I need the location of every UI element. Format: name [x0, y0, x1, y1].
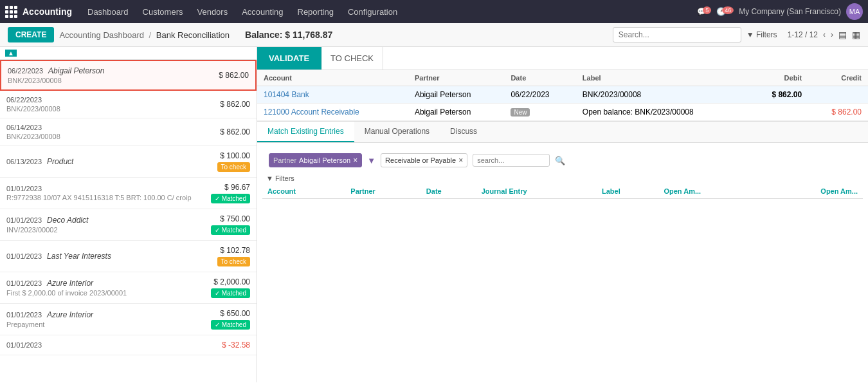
- filters-icon: ▼: [266, 174, 273, 182]
- list-item-ref: First $ 2,000.00 of invoice 2023/00001: [6, 289, 127, 297]
- breadcrumb-parent[interactable]: Accounting Dashboard: [59, 30, 144, 40]
- apps-grid-icon[interactable]: [5, 6, 17, 18]
- tab-match-existing-entries[interactable]: Match Existing Entries: [257, 122, 354, 142]
- account-cell[interactable]: 121000 Account Receivable: [257, 104, 408, 121]
- list-item[interactable]: 06/14/2023 BNK/2023/00008 $ 862.00: [0, 118, 257, 146]
- matched-badge: ✓ Matched: [211, 225, 250, 235]
- list-item-date: 01/01/2023: [6, 252, 42, 260]
- bottom-content: Partner Abigail Peterson × ▼ Receivable …: [257, 143, 868, 382]
- list-item[interactable]: 01/01/2023 Azure Interior Prepayment $ 6…: [0, 304, 257, 335]
- list-item-amount: $ 650.00: [220, 309, 250, 318]
- messages-badge: 5: [703, 6, 711, 14]
- list-item-amount: $ 100.00: [220, 151, 250, 160]
- partner-filter-value: Abigail Peterson: [299, 156, 350, 164]
- list-item-date: 06/14/2023: [6, 124, 42, 131]
- app-brand: Accounting: [23, 6, 72, 17]
- apps-launcher[interactable]: [5, 6, 17, 18]
- entries-col-header[interactable]: Open Am...: [658, 184, 761, 199]
- col-partner: Partner: [408, 70, 504, 86]
- list-item-amount: $ -32.58: [222, 341, 250, 350]
- validate-button[interactable]: VALIDATE: [257, 47, 321, 70]
- tocheck-button[interactable]: TO CHECK: [321, 47, 383, 70]
- table-row: 121000 Account Receivable Abigail Peters…: [257, 104, 868, 121]
- label-cell: Open balance: BNK/2023/00008: [576, 104, 748, 121]
- nav-dashboard[interactable]: Dashboard: [81, 3, 135, 21]
- tab-manual-operations[interactable]: Manual Operations: [354, 122, 440, 142]
- list-item-amount: $ 96.67: [224, 183, 250, 192]
- list-item[interactable]: 06/22/2023 BNK/2023/00008 $ 862.00: [0, 91, 257, 118]
- filter-bar: Partner Abigail Peterson × ▼ Receivable …: [262, 148, 863, 173]
- list-item[interactable]: 06/13/2023 Product $ 100.00 To check: [0, 146, 257, 178]
- entries-col-header[interactable]: Date: [421, 184, 476, 199]
- tab-discuss[interactable]: Discuss: [440, 122, 487, 142]
- list-item[interactable]: 01/01/2023 Last Year Interests $ 102.78 …: [0, 241, 257, 272]
- list-item-amount: $ 862.00: [219, 71, 249, 80]
- list-item-amount: $ 2,000.00: [213, 277, 250, 286]
- list-item[interactable]: 01/01/2023 Azure Interior First $ 2,000.…: [0, 272, 257, 304]
- list-item-date: 01/01/2023: [6, 216, 42, 224]
- partner-filter-tag[interactable]: Partner Abigail Peterson ×: [269, 153, 362, 167]
- list-item-date: 01/01/2023: [6, 279, 42, 287]
- pagination-next-icon[interactable]: ›: [831, 30, 833, 39]
- list-item[interactable]: 01/01/2023 R:9772938 10/07 AX 9415116318…: [0, 178, 257, 209]
- messages-icon[interactable]: 💬5: [697, 7, 711, 16]
- list-item-date: 01/01/2023: [6, 185, 42, 192]
- entries-col-header[interactable]: Account: [262, 184, 345, 199]
- filter-type-icon: ▼: [367, 156, 375, 165]
- grid-view-icon[interactable]: ▦: [852, 30, 860, 40]
- search-input[interactable]: [613, 27, 741, 42]
- nav-reporting[interactable]: Reporting: [291, 3, 340, 21]
- scroll-up-button[interactable]: ▲: [5, 50, 17, 57]
- nav-vendors[interactable]: Vendors: [190, 3, 234, 21]
- pagination-display: 1-12 / 12: [788, 30, 818, 39]
- list-item-ref: BNK/2023/00008: [6, 133, 60, 140]
- list-item-name: Last Year Interests: [47, 252, 111, 261]
- right-panel: VALIDATE TO CHECK Account Partner Date L…: [257, 47, 868, 382]
- receivable-filter-remove[interactable]: ×: [458, 156, 463, 165]
- filter-search-input[interactable]: [473, 154, 550, 167]
- list-item[interactable]: 01/01/2023 $ -32.58: [0, 335, 257, 355]
- entries-col-header[interactable]: Partner: [345, 184, 421, 199]
- user-avatar[interactable]: MA: [846, 3, 863, 20]
- list-item-name: Abigail Peterson: [48, 66, 104, 75]
- left-toolbar: ▲: [0, 47, 257, 60]
- create-button[interactable]: CREATE: [8, 27, 54, 42]
- navbar: Accounting Dashboard Customers Vendors A…: [0, 0, 868, 23]
- list-item-date: 06/22/2023: [6, 96, 42, 104]
- nav-customers[interactable]: Customers: [136, 3, 190, 21]
- bottom-section: Match Existing EntriesManual OperationsD…: [257, 121, 868, 382]
- entries-col-header[interactable]: Journal Entry: [476, 184, 597, 199]
- list-item-date: 06/22/2023: [8, 67, 43, 75]
- list-item-date: 01/01/2023: [6, 311, 42, 319]
- account-cell[interactable]: 101404 Bank: [257, 86, 408, 104]
- entries-col-header[interactable]: Open Am...: [761, 184, 863, 199]
- entries-col-header[interactable]: Label: [597, 184, 658, 199]
- list-item-ref: BNK/2023/00008: [6, 105, 60, 113]
- partner-filter-remove[interactable]: ×: [353, 156, 357, 165]
- partner-cell: Abigail Peterson: [408, 86, 504, 104]
- filter-search-icon[interactable]: 🔍: [555, 156, 565, 165]
- list-item[interactable]: 01/01/2023 Deco Addict INV/2023/00002 $ …: [0, 209, 257, 241]
- list-item-ref: Prepayment: [6, 321, 93, 328]
- col-date: Date: [504, 70, 575, 86]
- list-item[interactable]: 06/22/2023 Abigail Peterson BNK/2023/000…: [0, 60, 257, 91]
- filters-toggle[interactable]: ▼ Filters: [262, 173, 863, 184]
- breadcrumb-separator: /: [149, 30, 152, 40]
- nav-configuration[interactable]: Configuration: [341, 3, 404, 21]
- pagination-prev-icon[interactable]: ‹: [823, 30, 826, 39]
- filters-button[interactable]: ▼ Filters: [746, 30, 777, 39]
- main-layout: ▲ 06/22/2023 Abigail Peterson BNK/2023/0…: [0, 47, 868, 382]
- list-item-amount: $ 862.00: [220, 100, 250, 109]
- receivable-filter-tag[interactable]: Receivable or Payable ×: [381, 153, 467, 167]
- new-badge: New: [511, 108, 530, 117]
- list-item-ref: BNK/2023/00008: [8, 77, 104, 84]
- tocheck-badge: To check: [217, 257, 250, 266]
- reconciliation-table-container: Account Partner Date Label Debit Credit …: [257, 70, 868, 121]
- breadcrumb-current: Bank Reconciliation: [156, 30, 230, 40]
- list-view-icon[interactable]: ▤: [838, 30, 847, 40]
- list-item-name: Azure Interior: [47, 310, 93, 319]
- nav-accounting[interactable]: Accounting: [235, 3, 289, 21]
- left-panel: ▲ 06/22/2023 Abigail Peterson BNK/2023/0…: [0, 47, 257, 382]
- activities-icon[interactable]: 🕐46: [716, 7, 734, 16]
- matched-badge: ✓ Matched: [211, 194, 250, 203]
